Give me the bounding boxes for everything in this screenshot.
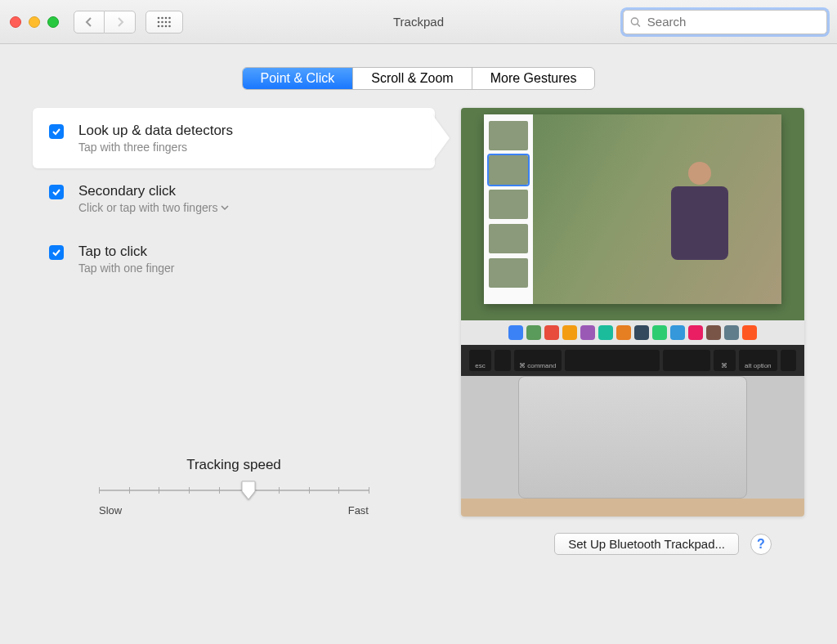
svg-point-1: [161, 16, 163, 19]
preview-desk: [461, 499, 804, 517]
svg-point-10: [165, 25, 168, 27]
search-field-wrap[interactable]: [623, 10, 827, 34]
preview-person-figure: [663, 162, 736, 276]
preview-app-window: [484, 114, 781, 304]
slider-thumb[interactable]: [240, 480, 257, 501]
checkbox-tap-to-click[interactable]: [49, 245, 64, 260]
keyboard-key: esc: [469, 350, 491, 371]
preview-keyboard: esc⌘ command⌘alt option: [461, 345, 804, 376]
check-icon: [51, 187, 61, 197]
keyboard-key: [781, 350, 796, 371]
dock-app-icon: [598, 325, 613, 340]
footer: Set Up Bluetooth Trackpad... ?: [33, 517, 804, 555]
option-subtitle: Tap with one finger: [78, 262, 175, 275]
traffic-lights: [10, 16, 59, 28]
tabbar: Point & Click Scroll & Zoom More Gesture…: [242, 67, 596, 90]
tabs-container: Point & Click Scroll & Zoom More Gesture…: [33, 67, 804, 90]
preview-trackpad-area: [461, 376, 804, 499]
svg-point-3: [168, 16, 171, 19]
preview-thumb: [489, 121, 528, 150]
chevron-left-icon: [85, 17, 93, 27]
preview-thumb: [489, 258, 528, 288]
keyboard-key: [495, 350, 510, 371]
forward-button[interactable]: [105, 11, 136, 34]
titlebar: Trackpad: [0, 0, 837, 44]
setup-bluetooth-trackpad-button[interactable]: Set Up Bluetooth Trackpad...: [554, 533, 739, 555]
dock-app-icon: [652, 325, 667, 340]
checkbox-secondary-click[interactable]: [49, 185, 64, 199]
option-title: Tap to click: [78, 244, 175, 260]
preview-sidebar: [484, 114, 533, 304]
minimize-window-button[interactable]: [29, 16, 40, 28]
show-all-button[interactable]: [145, 11, 183, 34]
nav-buttons: [74, 11, 136, 34]
svg-point-9: [161, 25, 163, 27]
keyboard-key: alt option: [739, 350, 777, 371]
dock-app-icon: [508, 325, 523, 340]
tab-more-gestures[interactable]: More Gestures: [472, 68, 595, 89]
keyboard-key: ⌘: [714, 350, 736, 371]
slider-min-label: Slow: [99, 504, 122, 517]
checkbox-look-up[interactable]: [49, 124, 64, 139]
dock-app-icon: [544, 325, 559, 340]
dock-app-icon: [706, 325, 721, 340]
chevron-right-icon: [116, 17, 124, 27]
option-text: Tap to click Tap with one finger: [78, 244, 175, 275]
preview-thumb: [489, 190, 528, 219]
help-button[interactable]: ?: [750, 534, 772, 555]
fullscreen-window-button[interactable]: [47, 16, 59, 28]
window-title: Trackpad: [393, 15, 444, 29]
search-icon: [630, 16, 641, 28]
option-title: Look up & data detectors: [78, 123, 233, 139]
option-text: Look up & data detectors Tap with three …: [78, 123, 233, 154]
option-tap-to-click[interactable]: Tap to click Tap with one finger: [33, 229, 435, 289]
svg-line-13: [638, 24, 640, 26]
option-look-up[interactable]: Look up & data detectors Tap with three …: [33, 108, 435, 168]
slider-labels: Slow Fast: [99, 504, 369, 517]
chevron-down-icon: [221, 204, 229, 211]
tracking-speed-label: Tracking speed: [33, 457, 435, 473]
dock-app-icon: [670, 325, 685, 340]
dock-app-icon: [634, 325, 649, 340]
preview-screen: [461, 108, 804, 320]
preview-trackpad: [518, 376, 747, 499]
svg-point-11: [168, 25, 171, 27]
dock-app-icon: [562, 325, 577, 340]
gesture-preview: esc⌘ command⌘alt option: [461, 108, 804, 517]
tab-point-click[interactable]: Point & Click: [243, 68, 354, 89]
dock-app-icon: [724, 325, 739, 340]
dock-app-icon: [580, 325, 595, 340]
slider-line: [99, 490, 369, 491]
tracking-speed-section: Tracking speed Slow Fast: [33, 359, 435, 517]
grid-icon: [157, 16, 172, 28]
dock-app-icon: [526, 325, 541, 340]
preview-thumb-selected: [489, 155, 528, 185]
option-secondary-click[interactable]: Secondary click Click or tap with two fi…: [33, 168, 435, 229]
preview-column: esc⌘ command⌘alt option: [461, 108, 804, 517]
svg-point-0: [158, 16, 160, 19]
option-text: Secondary click Click or tap with two fi…: [78, 183, 229, 214]
keyboard-key: [565, 350, 660, 371]
tab-scroll-zoom[interactable]: Scroll & Zoom: [353, 68, 472, 89]
preview-dock: [461, 320, 804, 345]
main-row: Look up & data detectors Tap with three …: [33, 108, 804, 517]
dock-app-icon: [616, 325, 631, 340]
svg-point-12: [631, 17, 638, 24]
svg-point-7: [168, 20, 171, 23]
keyboard-key: ⌘ command: [514, 350, 562, 371]
check-icon: [51, 127, 61, 136]
check-icon: [51, 248, 61, 257]
close-window-button[interactable]: [10, 16, 21, 28]
slider-max-label: Fast: [348, 504, 369, 517]
search-input[interactable]: [646, 14, 820, 29]
dock-app-icon: [688, 325, 703, 340]
svg-point-5: [161, 20, 163, 23]
option-title: Secondary click: [78, 183, 229, 199]
option-subtitle-dropdown[interactable]: Click or tap with two fingers: [78, 201, 229, 214]
dock-app-icon: [742, 325, 757, 340]
back-button[interactable]: [74, 11, 105, 34]
svg-point-8: [158, 25, 160, 27]
tracking-speed-slider[interactable]: [99, 481, 369, 499]
svg-point-2: [165, 16, 168, 19]
options-column: Look up & data detectors Tap with three …: [33, 108, 435, 517]
